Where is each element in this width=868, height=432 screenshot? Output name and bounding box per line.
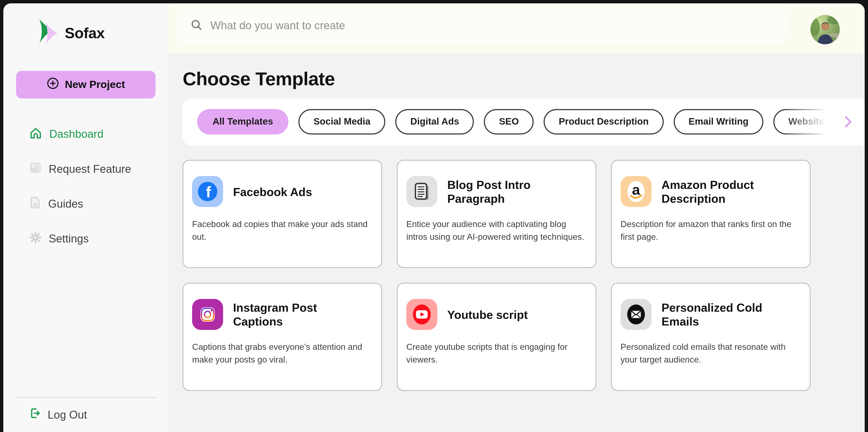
filter-digital-ads[interactable]: Digital Ads [395, 109, 474, 134]
sidebar: Sofax New Project [3, 3, 168, 432]
sidebar-item-dashboard[interactable]: Dashboard [29, 123, 168, 145]
filter-email-writing[interactable]: Email Writing [674, 109, 763, 134]
card-description: Captions that grabs everyone’s attention… [192, 341, 375, 366]
app-window: Sofax New Project [3, 3, 865, 432]
card-head: Personalized Cold Emails [621, 299, 801, 330]
logout-icon [29, 407, 41, 422]
card-head: Blog Post Intro Paragraph [406, 176, 587, 207]
new-project-label: New Project [65, 79, 125, 91]
blog-document-icon [406, 176, 437, 207]
card-head: f Facebook Ads [192, 176, 372, 207]
filter-pills: All Templates Social Media Digital Ads S… [197, 109, 865, 134]
card-description: Description for amazon that ranks first … [621, 218, 803, 243]
sidebar-item-request-feature[interactable]: Request Feature [29, 158, 168, 180]
topbar [168, 3, 865, 54]
sofax-logo-icon [38, 19, 61, 48]
template-card-youtube-script[interactable]: Youtube script Create youtube scripts th… [397, 283, 596, 391]
card-description: Personalized cold emails that resonate w… [621, 341, 803, 366]
card-description: Create youtube scripts that is engaging … [406, 341, 589, 366]
sidebar-item-guides[interactable]: Guides [29, 193, 168, 215]
request-feature-icon [29, 161, 42, 177]
instagram-icon [192, 299, 223, 330]
card-title: Instagram Post Captions [233, 301, 369, 328]
logout-label: Log Out [48, 408, 87, 421]
guides-icon [29, 196, 41, 212]
card-title: Facebook Ads [233, 185, 312, 198]
sidebar-item-settings[interactable]: Settings [29, 228, 168, 250]
home-icon [29, 126, 43, 143]
template-card-blog-post-intro[interactable]: Blog Post Intro Paragraph Entice your au… [397, 160, 596, 268]
svg-text:f: f [206, 183, 211, 201]
filter-seo[interactable]: SEO [484, 109, 534, 134]
filter-social-media[interactable]: Social Media [299, 109, 385, 134]
chevron-right-icon[interactable] [840, 114, 856, 129]
new-project-button[interactable]: New Project [16, 71, 156, 98]
facebook-icon: f [192, 176, 223, 207]
user-avatar[interactable] [810, 15, 840, 44]
sidebar-item-label: Guides [48, 197, 83, 210]
svg-text:a: a [632, 182, 640, 198]
card-title: Blog Post Intro Paragraph [447, 178, 583, 206]
youtube-icon [406, 299, 437, 330]
logo[interactable]: Sofax [38, 19, 168, 48]
template-card-facebook-ads[interactable]: f Facebook Ads Facebook ad copies that m… [183, 160, 382, 268]
filter-product-description[interactable]: Product Description [544, 109, 664, 134]
search-bar[interactable] [176, 7, 787, 45]
card-title: Personalized Cold Emails [661, 301, 797, 328]
content-column: Choose Template All Templates Social Med… [168, 3, 865, 432]
card-description: Facebook ad copies that make your ads st… [192, 218, 375, 243]
sidebar-item-label: Settings [49, 233, 89, 245]
envelope-icon [621, 299, 652, 330]
amazon-icon: a [621, 176, 652, 207]
search-input[interactable] [210, 20, 719, 32]
sidebar-footer: Log Out [17, 397, 157, 423]
template-card-amazon-product[interactable]: a Amazon Product Description Description… [611, 160, 810, 268]
card-head: Youtube script [406, 299, 587, 330]
main-content: Choose Template All Templates Social Med… [168, 54, 865, 432]
gear-icon [29, 231, 42, 247]
card-description: Entice your audience with captivating bl… [406, 218, 589, 243]
card-title: Amazon Product Description [661, 178, 797, 206]
sidebar-item-label: Dashboard [49, 128, 103, 141]
search-icon [190, 19, 203, 33]
plus-circle-icon [46, 77, 59, 92]
sidebar-nav: Dashboard Request Feature [29, 123, 168, 250]
app-viewport: Sofax New Project [0, 0, 868, 432]
template-filter-bar: All Templates Social Media Digital Ads S… [183, 98, 865, 146]
logo-text: Sofax [65, 25, 105, 42]
filter-all-templates[interactable]: All Templates [197, 109, 289, 134]
card-head: Instagram Post Captions [192, 299, 372, 330]
template-card-cold-emails[interactable]: Personalized Cold Emails Personalized co… [611, 283, 810, 391]
card-head: a Amazon Product Description [621, 176, 801, 207]
card-title: Youtube script [447, 307, 528, 321]
logout-button[interactable]: Log Out [29, 407, 157, 422]
page-title: Choose Template [183, 67, 865, 90]
template-card-instagram-captions[interactable]: Instagram Post Captions Captions that gr… [183, 283, 382, 391]
template-grid: f Facebook Ads Facebook ad copies that m… [183, 160, 865, 391]
sidebar-divider [17, 397, 157, 398]
sidebar-item-label: Request Feature [49, 163, 131, 176]
